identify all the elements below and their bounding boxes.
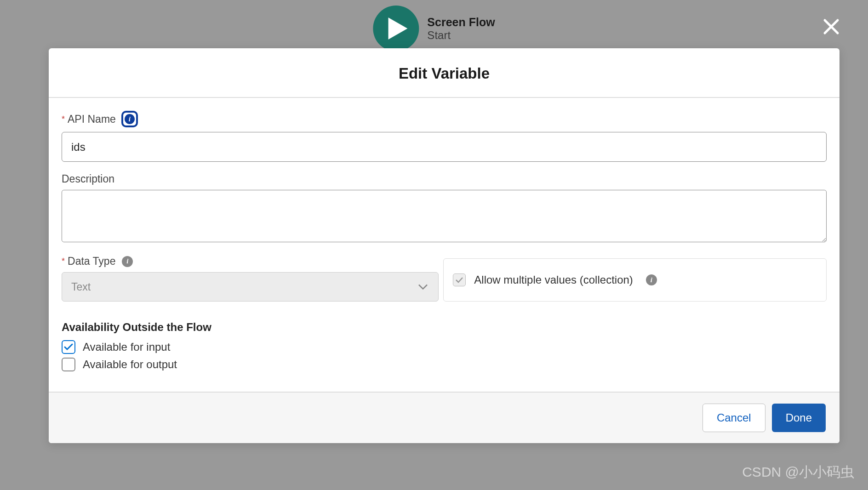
allow-multiple-label: Allow multiple values (collection) [474, 273, 633, 286]
flow-start-node: Screen Flow Start [373, 6, 495, 51]
available-input-checkbox[interactable] [62, 340, 75, 354]
info-icon[interactable]: i [122, 256, 133, 267]
cancel-button[interactable]: Cancel [702, 404, 765, 432]
data-type-select[interactable]: Text [62, 272, 439, 302]
close-button[interactable] [823, 18, 839, 37]
allow-multiple-container: Allow multiple values (collection) i [443, 258, 827, 302]
watermark: CSDN @小小码虫 [742, 463, 854, 482]
availability-section-title: Availability Outside the Flow [62, 321, 827, 334]
available-output-checkbox[interactable] [62, 358, 75, 371]
info-icon[interactable]: i [646, 274, 657, 285]
info-icon[interactable]: i [121, 111, 138, 127]
api-name-input[interactable] [62, 132, 827, 162]
available-input-label: Available for input [83, 341, 170, 353]
done-button[interactable]: Done [772, 404, 826, 432]
available-output-label: Available for output [83, 358, 177, 371]
description-input[interactable] [62, 190, 827, 242]
modal-footer: Cancel Done [49, 392, 839, 443]
edit-variable-modal: Edit Variable * API Name i Description * [49, 48, 839, 443]
modal-title: Edit Variable [63, 65, 826, 82]
chevron-down-icon [418, 281, 428, 293]
data-type-label: * Data Type i [62, 255, 439, 268]
description-label: Description [62, 173, 827, 185]
required-indicator: * [62, 256, 65, 266]
required-indicator: * [62, 114, 65, 124]
flow-start-label: Start [427, 29, 495, 42]
modal-header: Edit Variable [49, 48, 839, 98]
play-icon [373, 6, 419, 51]
allow-multiple-checkbox [453, 273, 466, 286]
flow-type-label: Screen Flow [427, 16, 495, 29]
api-name-label: * API Name i [62, 111, 827, 127]
